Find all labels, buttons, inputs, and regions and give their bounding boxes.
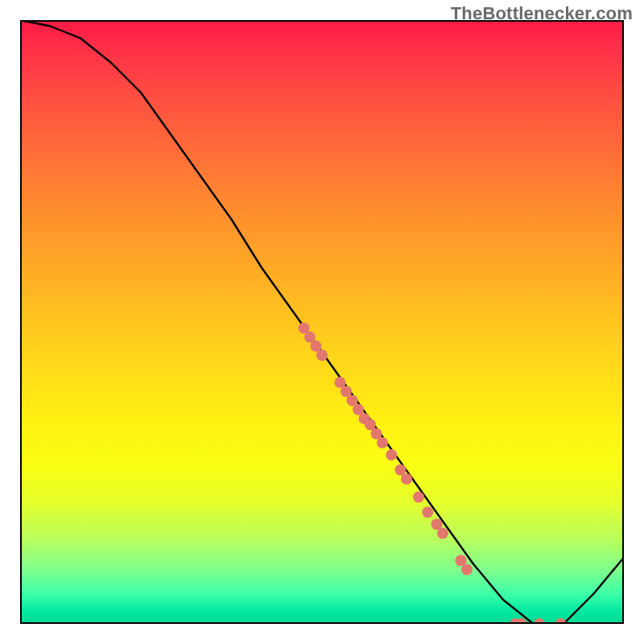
data-point bbox=[413, 492, 424, 503]
chart-container: TheBottlenecker.com bbox=[0, 0, 644, 644]
data-point bbox=[422, 506, 433, 518]
data-point bbox=[534, 618, 545, 624]
plot-area bbox=[20, 20, 624, 624]
bottleneck-curve-line bbox=[20, 20, 624, 624]
data-point bbox=[401, 473, 412, 485]
data-point bbox=[377, 437, 388, 448]
data-point bbox=[386, 449, 397, 460]
data-point bbox=[461, 564, 473, 576]
data-point bbox=[437, 528, 448, 539]
chart-overlay bbox=[20, 20, 624, 624]
watermark-label: TheBottlenecker.com bbox=[451, 3, 633, 24]
points-group bbox=[299, 323, 567, 625]
data-point bbox=[555, 618, 566, 624]
data-point bbox=[316, 349, 328, 361]
